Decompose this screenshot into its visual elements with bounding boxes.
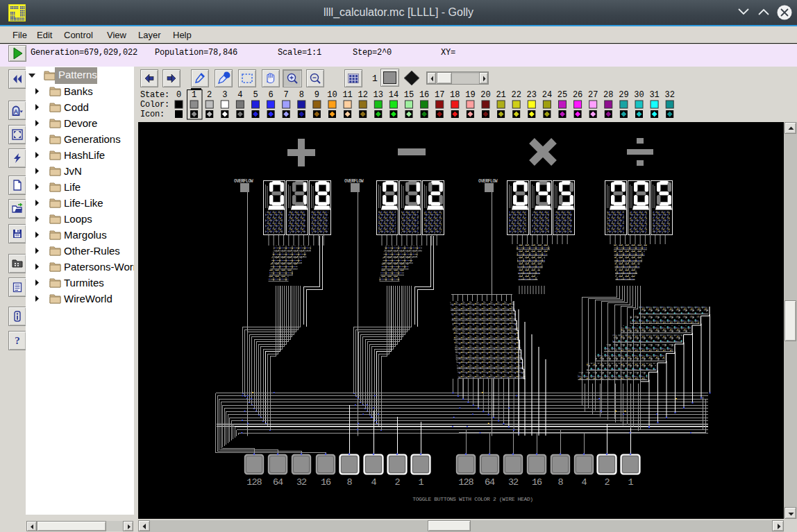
svg-text:16: 16: [532, 477, 542, 488]
svg-text:4: 4: [581, 477, 587, 488]
svg-text:30: 30: [634, 90, 644, 100]
svg-text:32: 32: [296, 477, 307, 488]
svg-text:18: 18: [450, 90, 460, 100]
svg-text:21: 21: [496, 90, 505, 100]
svg-text:TOGGLE BUTTONS WITH COLOR 2 (W: TOGGLE BUTTONS WITH COLOR 2 (WIRE HEAD): [412, 496, 533, 502]
svg-text:128: 128: [246, 477, 262, 488]
svg-text:16: 16: [419, 90, 429, 100]
svg-text:10: 10: [327, 90, 337, 100]
svg-text:64: 64: [273, 477, 283, 488]
svg-text:32: 32: [508, 477, 519, 488]
svg-text:1: 1: [192, 90, 196, 100]
svg-text:23: 23: [527, 90, 537, 100]
svg-text:28: 28: [603, 90, 613, 100]
svg-text:OVERFLOW: OVERFLOW: [344, 179, 364, 184]
svg-text:24: 24: [542, 90, 552, 100]
svg-text:3: 3: [222, 90, 227, 100]
svg-text:32: 32: [664, 90, 674, 100]
svg-text:19: 19: [465, 90, 475, 100]
svg-text:2: 2: [394, 477, 400, 488]
svg-text:22: 22: [511, 90, 521, 100]
svg-text:25: 25: [557, 90, 567, 100]
svg-text:12: 12: [358, 90, 367, 100]
svg-text:0: 0: [176, 90, 181, 100]
svg-text:20: 20: [480, 90, 490, 100]
svg-text:7: 7: [284, 90, 289, 100]
svg-text:13: 13: [374, 90, 383, 100]
svg-text:A: A: [14, 108, 19, 115]
svg-text:128: 128: [458, 477, 473, 488]
svg-text:8: 8: [299, 90, 304, 100]
svg-text:15: 15: [404, 90, 414, 100]
svg-text:27: 27: [588, 90, 598, 100]
svg-text:8: 8: [557, 477, 563, 488]
svg-text:17: 17: [435, 90, 444, 100]
svg-text:16: 16: [321, 477, 331, 488]
svg-text:11: 11: [342, 90, 352, 100]
svg-text:29: 29: [619, 90, 628, 100]
svg-text:OVERFLOW: OVERFLOW: [478, 179, 498, 184]
svg-text:4: 4: [371, 477, 376, 488]
svg-text:1: 1: [418, 477, 423, 488]
svg-text:2: 2: [207, 90, 212, 100]
svg-text:14: 14: [389, 90, 398, 100]
svg-text:26: 26: [573, 90, 582, 100]
svg-text:9: 9: [314, 90, 319, 100]
svg-text:31: 31: [649, 90, 659, 100]
svg-text:8: 8: [346, 477, 352, 488]
svg-text:2: 2: [604, 477, 610, 488]
svg-text:1: 1: [628, 477, 633, 488]
svg-text:4: 4: [237, 90, 242, 100]
svg-text:OVERFLOW: OVERFLOW: [234, 179, 253, 184]
svg-text:6: 6: [268, 90, 273, 100]
svg-text:?: ?: [15, 335, 20, 346]
svg-text:5: 5: [253, 90, 258, 100]
svg-text:64: 64: [485, 477, 495, 488]
